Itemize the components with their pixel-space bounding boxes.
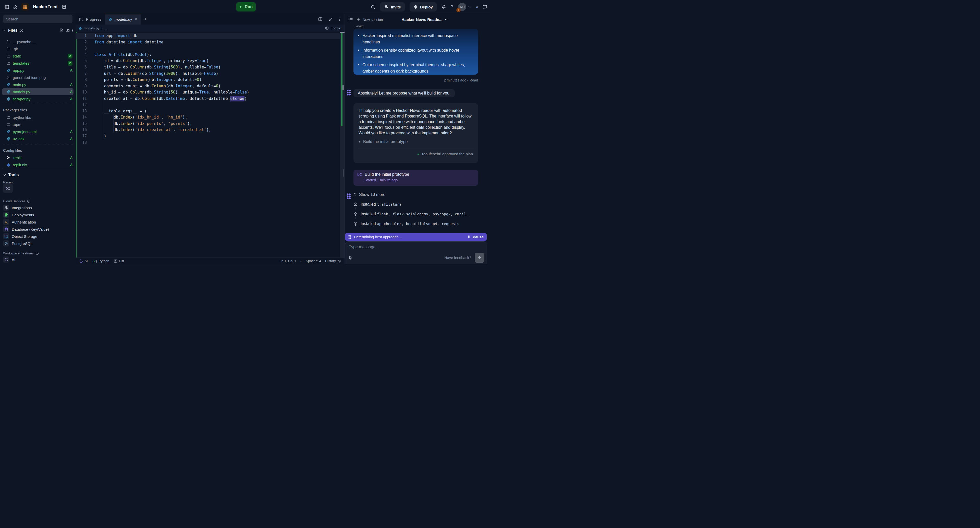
account-menu[interactable]: RC✦ xyxy=(458,3,471,11)
recent-console-tool[interactable] xyxy=(3,183,13,193)
code-line[interactable]: 18 xyxy=(76,139,340,145)
file-tree: __pycache__.gitstatic2templates2app.pyAg… xyxy=(0,38,76,102)
new-tab-button[interactable]: + xyxy=(141,14,151,24)
close-tab-icon[interactable]: × xyxy=(135,17,137,21)
file-row[interactable]: .pythonlibs xyxy=(0,114,76,121)
tool-row-deployments[interactable]: Deployments xyxy=(0,211,76,219)
file-row[interactable]: uv.lockA xyxy=(0,135,76,142)
session-title[interactable]: Hacker News Reade... xyxy=(401,18,448,22)
notifications-bell-icon[interactable] xyxy=(442,5,446,9)
help-button[interactable]: ? xyxy=(451,4,453,10)
file-row[interactable]: generated-icon.png xyxy=(0,74,76,81)
deploy-button[interactable]: Deploy xyxy=(410,2,437,11)
tool-row-database-key-value-[interactable]: Database (Key/Value) xyxy=(0,226,76,233)
change-count-badge: 2 xyxy=(68,61,73,65)
file-row[interactable]: scraper.pyA xyxy=(0,95,76,102)
file-row[interactable]: app.pyA xyxy=(0,67,76,74)
plus-icon[interactable] xyxy=(356,18,360,21)
code-line[interactable]: 11 created_at = db.Column(db.DateTime, d… xyxy=(76,95,340,102)
project-icon[interactable] xyxy=(21,3,29,11)
code-line[interactable]: 13 __table_args__ = ( xyxy=(76,108,340,115)
project-title: HackerFeed xyxy=(33,4,57,10)
new-file-icon[interactable] xyxy=(59,28,64,32)
language-indicator[interactable]: {✓} Python xyxy=(92,259,109,263)
line-number: 2 xyxy=(76,40,87,45)
line-number: 16 xyxy=(76,128,87,132)
collapse-panel-icon[interactable]: » xyxy=(476,4,478,10)
code-line[interactable]: 3 xyxy=(76,45,340,52)
spaces-indicator[interactable]: Spaces: 4 xyxy=(306,259,321,263)
file-row[interactable]: templates2 xyxy=(0,59,76,67)
cursor-position[interactable]: Ln 1, Col 1 xyxy=(280,259,296,263)
split-pane-icon[interactable] xyxy=(318,17,323,21)
code-area[interactable]: 1from app import db2from datetime import… xyxy=(76,32,345,257)
code-line[interactable]: 4class Article(db.Model): xyxy=(76,52,340,58)
editor-menu-icon[interactable] xyxy=(339,17,340,21)
new-folder-icon[interactable] xyxy=(65,28,70,32)
show-more-button[interactable]: Show 10 more xyxy=(353,192,385,197)
file-row[interactable]: .replitA xyxy=(0,154,76,161)
run-button[interactable]: Run xyxy=(236,2,256,11)
ai-status-button[interactable]: AI xyxy=(79,259,88,263)
diff-button[interactable]: Diff xyxy=(114,259,124,263)
code-line[interactable]: 15 db.Index('idx_points', 'points'), xyxy=(76,121,340,127)
tool-row-authentication[interactable]: Authentication xyxy=(0,219,76,226)
tab-progress[interactable]: Progress xyxy=(76,14,105,24)
code-line[interactable]: 9 comments_count = db.Column(db.Integer,… xyxy=(76,83,340,89)
pause-button[interactable]: Pause xyxy=(468,235,484,239)
file-row[interactable]: replit.nixA xyxy=(0,161,76,168)
code-line[interactable]: 17 ) xyxy=(76,133,340,139)
tool-row-object-storage[interactable]: 1001 Object Storage xyxy=(0,233,76,240)
code-line[interactable]: 5 id = db.Column(db.Integer, primary_key… xyxy=(76,58,340,64)
sidebar-toggle-icon[interactable] xyxy=(4,5,9,10)
file-row[interactable]: .git xyxy=(0,45,76,53)
file-row[interactable]: __pycache__ xyxy=(0,38,76,45)
code-line[interactable]: 14 db.Index('idx_hn_id', 'hn_id'), xyxy=(76,114,340,121)
file-row[interactable]: .upm xyxy=(0,121,76,128)
avatar[interactable]: RC✦ xyxy=(458,3,466,11)
new-session-button[interactable]: New session xyxy=(363,18,383,22)
tool-row-postgresql[interactable]: PostgreSQL xyxy=(0,240,76,247)
folder-icon xyxy=(6,40,11,44)
code-line[interactable]: 7 url = db.Column(db.String(1000), nulla… xyxy=(76,70,340,77)
line-number: 4 xyxy=(76,53,87,57)
config-file-list: .replitAreplit.nixA xyxy=(0,154,76,168)
code-line[interactable]: 16 db.Index('idx_created_at', 'created_a… xyxy=(76,127,340,133)
tools-section-toggle[interactable]: Tools xyxy=(3,173,19,177)
history-button[interactable]: History xyxy=(325,259,341,263)
chevron-down-icon[interactable] xyxy=(3,29,6,32)
file-name: replit.nix xyxy=(13,163,27,167)
tool-row-integrations[interactable]: Integrations xyxy=(0,204,76,211)
clipped-message-text: Style: xyxy=(355,26,364,28)
file-row[interactable]: static2 xyxy=(0,53,76,59)
file-row[interactable]: main.pyA xyxy=(0,81,76,88)
task-card[interactable]: Build the initial prototype Started 1 mi… xyxy=(353,170,478,186)
attach-paperclip-icon[interactable] xyxy=(348,256,352,260)
code-line[interactable]: 2from datetime import datetime xyxy=(76,39,340,45)
file-row[interactable]: pyproject.tomlA xyxy=(0,128,76,135)
tool-label: Authentication xyxy=(12,220,36,224)
home-icon[interactable] xyxy=(13,5,18,9)
code-line[interactable]: 6 title = db.Column(db.String(500), null… xyxy=(76,64,340,70)
code-line[interactable]: 8 points = db.Column(db.Integer, default… xyxy=(76,77,340,83)
tab-models-py[interactable]: models.py × xyxy=(105,14,141,24)
format-button[interactable]: Format xyxy=(325,26,342,30)
invite-button[interactable]: Invite xyxy=(380,2,405,11)
file-row[interactable]: models.pyA xyxy=(2,88,73,95)
scrollbar[interactable] xyxy=(340,32,345,257)
new-chat-icon[interactable] xyxy=(483,5,487,10)
chat-scrollbar-thumb[interactable] xyxy=(343,169,344,177)
ai-tool-row[interactable]: AI xyxy=(0,256,15,263)
search-icon[interactable] xyxy=(371,5,375,10)
expand-icon[interactable] xyxy=(329,18,332,21)
code-line[interactable]: 10 hn_id = db.Column(db.String(50), uniq… xyxy=(76,89,340,96)
send-button[interactable] xyxy=(475,253,484,263)
code-line[interactable]: 1from app import db xyxy=(76,33,340,39)
files-menu-icon[interactable] xyxy=(72,28,73,33)
resources-icon[interactable] xyxy=(62,5,66,9)
sessions-list-icon[interactable] xyxy=(348,18,353,22)
feedback-link[interactable]: Have feedback? xyxy=(444,256,471,260)
code-line[interactable]: 12 xyxy=(76,102,340,108)
chat-message-list[interactable]: Style: Hacker-inspired minimalist interf… xyxy=(345,26,490,238)
search-input[interactable] xyxy=(3,14,73,23)
